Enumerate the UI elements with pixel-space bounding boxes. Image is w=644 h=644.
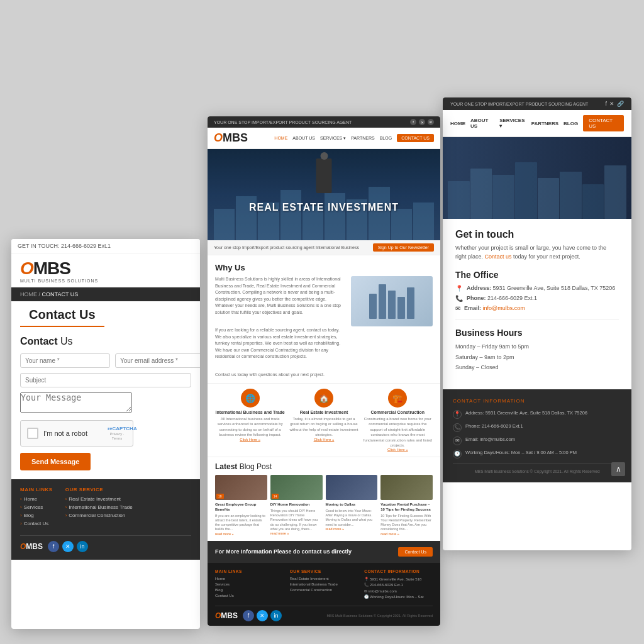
blog-thumb-1: 18 (215, 475, 267, 500)
right-footer-hours-icon: 🕐 (453, 450, 462, 458)
right-footer-email-text: Email: info@mulbs.com (465, 436, 515, 442)
mid-footer-fb[interactable]: f (243, 610, 254, 621)
footer-link-services[interactable]: Services (20, 504, 53, 510)
mid-footer-contact[interactable]: Contact Us (215, 594, 284, 597)
right-nav-blog[interactable]: BLOG (564, 121, 578, 126)
mid-footer-service-2[interactable]: International Business Trade (290, 582, 358, 586)
person-2 (379, 284, 386, 319)
subject-input[interactable] (20, 373, 191, 387)
footer-service-2[interactable]: International Business Trade (65, 504, 133, 510)
blog-readmore-1[interactable]: read more » (215, 532, 267, 536)
mid-footer-blog[interactable]: Blog (215, 588, 284, 592)
twitter-icon[interactable]: ✕ (62, 541, 74, 552)
right-nav-about[interactable]: ABOUT US (470, 118, 494, 129)
right-nav-cta[interactable]: CONTACT US (583, 115, 624, 131)
blog-text-1: If you are an employer looking to attrac… (215, 514, 267, 532)
footer-services-title: OUR SERVICE (65, 487, 133, 492)
right-fb-icon[interactable]: f (605, 101, 607, 107)
address-item: 📍 Address: 5931 Greenville Ave, Suite 51… (455, 285, 619, 292)
breadcrumb-current: CONTACT US (42, 291, 79, 297)
blog-date-2: 14 (272, 494, 279, 499)
right-footer-email-icon: ✉ (453, 436, 462, 445)
top-bar-text: GET IN TOUCH: 214-666-6029 Ext.1 (18, 243, 111, 249)
mid-li-icon[interactable]: in (428, 119, 434, 125)
send-message-button[interactable]: Send Message (20, 453, 91, 470)
mid-footer-main-links-title: MAIN LINKS (215, 569, 284, 574)
mid-logo[interactable]: OMBS (214, 131, 248, 145)
mid-nav-partners[interactable]: PARTNERS (351, 136, 374, 140)
service-link-2[interactable]: Click Here » (289, 438, 358, 441)
right-topbar-text: YOUR ONE STOP IMPORT/EXPORT PRODUCT SOUR… (450, 102, 588, 106)
cta-button[interactable]: Contact Us (398, 547, 433, 557)
mid-footer-tw[interactable]: ✕ (257, 610, 268, 621)
footer-link-blog[interactable]: Blog (20, 513, 53, 518)
footer-service-1[interactable]: Real Estate Investment (65, 496, 133, 502)
mid-social-icons: f ✕ in (410, 119, 434, 125)
scroll-to-top-button[interactable]: ∧ (611, 462, 625, 476)
blog-readmore-2[interactable]: read more » (270, 531, 323, 535)
mid-footer-service-1[interactable]: Real Estate Investment (290, 577, 358, 580)
footer-link-home[interactable]: Home (20, 496, 53, 502)
mid-fb-icon[interactable]: f (410, 119, 416, 125)
breadcrumb-home[interactable]: HOME (20, 291, 37, 297)
right-contact-info-window: YOUR ONE STOP IMPORT/EXPORT PRODUCT SOUR… (443, 97, 631, 550)
right-tw-icon[interactable]: ✕ (609, 101, 614, 107)
mid-tw-icon[interactable]: ✕ (419, 119, 425, 125)
mid-nav-services[interactable]: SERVICES ▾ (320, 136, 346, 141)
mid-nav-home[interactable]: HOME (274, 136, 287, 140)
right-nav-services[interactable]: SERVICES ▾ (499, 118, 526, 129)
right-nav-partners[interactable]: PARTNERS (531, 121, 558, 126)
logo[interactable]: OMBS (20, 260, 191, 277)
mid-nav-cta[interactable]: CONTACT US (397, 134, 434, 142)
recaptcha-checkbox[interactable] (27, 428, 38, 439)
email-input[interactable] (115, 353, 200, 368)
person-5 (407, 287, 414, 319)
linkedin-icon[interactable]: in (77, 541, 88, 552)
mid-footer-services-title: OUR SERVICE (290, 569, 358, 574)
cta-bar: For More Information Please do contact u… (208, 541, 440, 563)
blog-readmore-4[interactable]: read more » (380, 532, 433, 536)
footer-link-contact[interactable]: Contact Us (20, 521, 53, 526)
mid-nav-links: HOME ABOUT US SERVICES ▾ PARTNERS BLOG C… (274, 134, 434, 142)
blog-readmore-3[interactable]: read more » (326, 527, 378, 531)
email-value[interactable]: info@mulbs.com (483, 305, 525, 311)
service-link-1[interactable]: Click Here » (215, 438, 285, 441)
message-input[interactable] (20, 392, 132, 413)
mid-footer-services[interactable]: Services (215, 582, 284, 586)
blog-thumb-3 (326, 475, 378, 500)
mid-nav-about[interactable]: ABOUT US (292, 136, 315, 140)
blog-title-bold: Latest (215, 462, 237, 471)
mid-nav-blog[interactable]: BLOG (380, 136, 392, 140)
service-item-1: 🌐 International Business and Trade All I… (215, 389, 285, 452)
right-footer-phone-text: Phone: 214-666-6029 Ext.1 (465, 423, 523, 429)
newsletter-button[interactable]: Sign Up to Our Newsletter (373, 243, 434, 252)
mid-footer-li[interactable]: in (270, 610, 282, 621)
mid-footer-service-3[interactable]: Commercial Construction (290, 588, 358, 592)
hero-text: REAL ESTATE INVESTMENT (249, 202, 399, 213)
breadcrumb-separator: / (39, 291, 41, 297)
why-us-image (351, 276, 433, 326)
phone-value: 214-666-6029 Ext.1 (487, 295, 537, 301)
form-heading-bold: Contact (20, 336, 58, 347)
intro-contact-link[interactable]: Contact us (485, 253, 512, 260)
r-building-2 (470, 169, 492, 219)
blog-section: Latest Blog Post 18 Great Employee Group… (208, 457, 440, 540)
office-title: The Office (455, 270, 619, 280)
hero-title: REAL ESTATE INVESTMENT (249, 202, 399, 213)
footer-columns: MAIN LINKS Home Services Blog Contact Us… (20, 487, 191, 529)
blog-date-1: 18 (216, 494, 224, 499)
mid-footer-home[interactable]: Home (215, 577, 284, 580)
service-desc-3: Constructing a brand new home for your c… (363, 416, 433, 448)
service-link-3[interactable]: Click Here » (363, 448, 433, 452)
right-li-icon[interactable]: 🔗 (617, 101, 624, 107)
right-footer-phone: 📞 Phone: 214-666-6029 Ext.1 (453, 423, 621, 432)
form-name-email-row (20, 353, 191, 368)
name-input[interactable] (20, 353, 110, 368)
address-label-text: Address: (467, 285, 491, 291)
right-nav-home[interactable]: HOME (450, 121, 465, 126)
facebook-icon[interactable]: f (48, 541, 59, 552)
recaptcha-widget: I'm not a robot reCAPTCHA Privacy · Term… (20, 420, 133, 447)
r-building-5 (538, 178, 560, 219)
left-footer: MAIN LINKS Home Services Blog Contact Us… (11, 479, 200, 560)
footer-service-3[interactable]: Commercial Construction (65, 513, 133, 518)
